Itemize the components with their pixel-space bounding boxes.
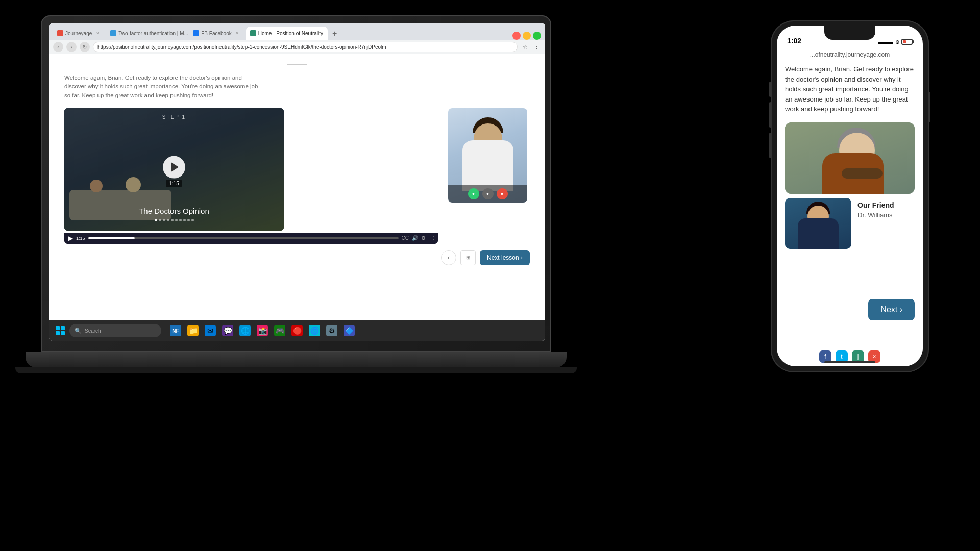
taskbar-app-mail[interactable]: ✉ [202,322,218,339]
chair-arm [842,168,883,179]
phone-volume-up-button [769,102,771,128]
back-button[interactable]: ‹ [53,42,63,52]
taskbar-app-chat[interactable]: 💬 [219,322,236,339]
tab-fb[interactable]: FB Facebook × [189,27,244,40]
next-label: Next › [880,305,902,314]
files-icon: 📁 [187,325,199,336]
tab-label: Home - Position of Neutrality [258,31,323,36]
tab-journeyage[interactable]: Journeyage × [53,27,105,40]
settings-icon[interactable]: ⋮ [532,42,541,52]
taskbar-app-nf[interactable]: NF [167,322,184,339]
phone-body-text: Welcome again, Brian. Get ready to explo… [777,60,923,118]
new-tab-button[interactable]: + [329,28,341,40]
laptop: Journeyage × Two-factor authentication |… [41,15,551,383]
taskbar-app-blue[interactable]: 🔷 [341,322,357,339]
play-control-icon[interactable]: ▶ [68,235,73,242]
play-button[interactable] [163,156,185,178]
person-card: ● ● ● [448,108,527,203]
dot-4 [167,219,169,221]
taskbar-app-xbox[interactable]: 🎮 [272,322,288,339]
laptop-screen: Journeyage × Two-factor authentication |… [49,23,545,341]
tab-favicon [193,30,199,36]
browser-toolbar: ‹ › ↻ https://positionofneutrality.journ… [49,40,545,54]
wifi-icon: ⊙ [895,39,899,45]
next-lesson-button[interactable]: Next lesson › [480,250,530,265]
window-maximize[interactable] [533,32,541,40]
prev-lesson-button[interactable]: ‹ [441,250,456,265]
fullscreen-icon[interactable]: ⛶ [429,235,434,241]
volume-icon[interactable]: 🔊 [412,235,418,241]
phone-large-image [785,122,915,194]
settings-video-icon[interactable]: ⚙ [421,235,426,241]
taskbar-app-edge[interactable]: 🌐 [237,322,253,339]
progress-bar[interactable] [88,237,399,239]
browser-tabs: Journeyage × Two-factor authentication |… [49,23,545,40]
call-controls: ● ● ● [448,185,527,203]
window-minimize[interactable] [523,32,531,40]
video-player[interactable]: STEP 1 1:15 The Doctors Opinion [64,108,284,231]
laptop-body: Journeyage × Two-factor authentication |… [41,15,551,352]
next-button[interactable]: Next › [868,299,915,320]
window-close[interactable] [512,32,521,40]
call-mute-button[interactable]: ● [482,188,494,199]
taskbar-apps: NF 📁 ✉ 💬 🌐 📸 [167,322,357,339]
content-divider [287,64,307,65]
tab-2fa[interactable]: Two-factor authentication | M... × [106,27,188,40]
current-time: 1:15 [76,236,85,241]
taskbar-app-swirl[interactable]: 🌀 [306,322,323,339]
taskbar-app-files[interactable]: 📁 [185,322,201,339]
lesson-nav: ‹ ⊞ Next lesson › [64,250,530,265]
video-step-label: STEP 1 [64,114,284,120]
dot-5 [171,219,174,221]
tab-label: Two-factor authentication | M... [118,31,188,36]
page-content: Welcome again, Brian. Get ready to explo… [49,54,545,331]
video-section: STEP 1 1:15 The Doctors Opinion [64,108,438,244]
youtube-icon: 🔴 [291,325,303,336]
battery-fill [903,40,906,43]
dot-2 [159,219,161,221]
phone-home-indicator [824,361,875,363]
taskbar-app-red[interactable]: 🔴 [289,322,305,339]
taskbar-search[interactable]: 🔍 Search [69,324,161,337]
tab-home-active[interactable]: Home - Position of Neutrality × [246,27,328,40]
forward-button[interactable]: › [66,42,77,52]
start-button[interactable] [53,323,67,338]
grid-view-button[interactable]: ⊞ [460,250,476,265]
tab-close[interactable]: × [94,30,101,37]
phone-screen: 1:02 ▬▬▬ ⊙ ...ofneutrality.journeyage.co… [777,26,923,366]
phone: 1:02 ▬▬▬ ⊙ ...ofneutrality.journeyage.co… [771,20,929,372]
star-icon[interactable]: ☆ [521,42,530,52]
captions-icon[interactable]: CC [402,235,409,241]
small-video-person [785,198,851,249]
tab-close[interactable]: × [234,30,241,37]
tab-close[interactable]: × [325,30,328,37]
edge-icon: 🌐 [239,325,251,336]
reload-button[interactable]: ↻ [80,42,90,52]
app-swirl-icon: 🌀 [309,325,320,336]
next-lesson-label: Next lesson › [487,254,523,261]
video-control-icons: CC 🔊 ⚙ ⛶ [402,235,434,241]
phone-content: ...ofneutrality.journeyage.com Welcome a… [777,48,923,351]
laptop-base [26,352,567,367]
taskbar-app-photos[interactable]: 📸 [254,322,271,339]
taskbar-app-settings[interactable]: ⚙ [324,322,340,339]
phone-card-labels: Our Friend Dr. Williams [857,198,915,219]
url-bar[interactable]: https://positionofneutrality.journeyage.… [93,42,518,52]
right-panel: ● ● ● [448,108,530,244]
xbox-icon: 🎮 [274,325,285,336]
call-accept-button[interactable]: ● [468,188,479,199]
photos-icon: 📸 [257,325,268,336]
main-content-area: STEP 1 1:15 The Doctors Opinion [64,108,530,244]
welcome-text: Welcome again, Brian. Get ready to explo… [64,73,258,100]
video-controls: ▶ 1:15 CC 🔊 ⚙ ⛶ [64,233,438,244]
dot-9 [187,219,190,221]
phone-small-video[interactable] [785,198,851,249]
tab-favicon [110,30,116,36]
phone-url-bar[interactable]: ...ofneutrality.journeyage.com [777,48,923,60]
windows-logo-icon [56,326,65,335]
progress-fill [88,237,135,239]
person-body [462,140,513,191]
dot-3 [163,219,165,221]
tab-label: FB Facebook [201,31,231,36]
call-end-button[interactable]: ● [497,188,508,199]
